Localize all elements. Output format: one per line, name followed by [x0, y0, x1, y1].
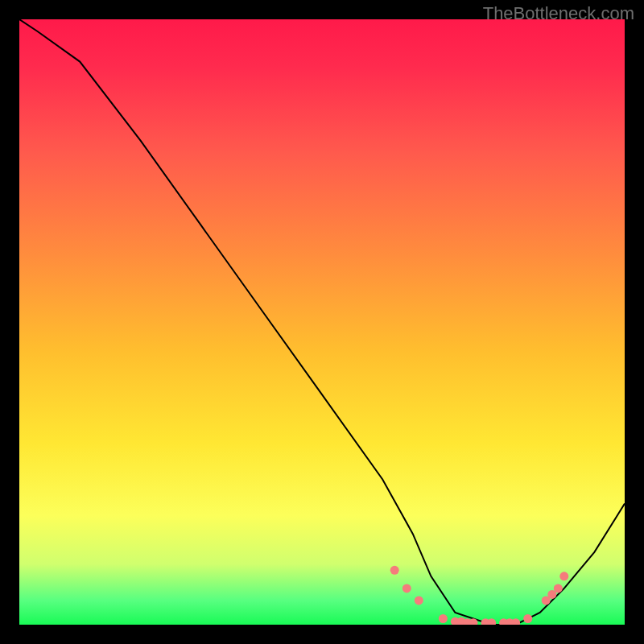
marker-point [415, 596, 423, 605]
chart-svg [19, 19, 625, 625]
marker-point [439, 614, 448, 623]
marker-point [559, 572, 568, 580]
markers-group [390, 566, 569, 625]
marker-point [487, 618, 496, 625]
attribution-text: TheBottleneck.com [483, 3, 634, 24]
plot-area [19, 19, 625, 625]
marker-point [511, 618, 520, 625]
marker-point [554, 584, 563, 592]
curve-line [19, 19, 625, 625]
marker-point [523, 614, 532, 623]
marker-point [402, 584, 411, 592]
marker-point [390, 566, 399, 575]
